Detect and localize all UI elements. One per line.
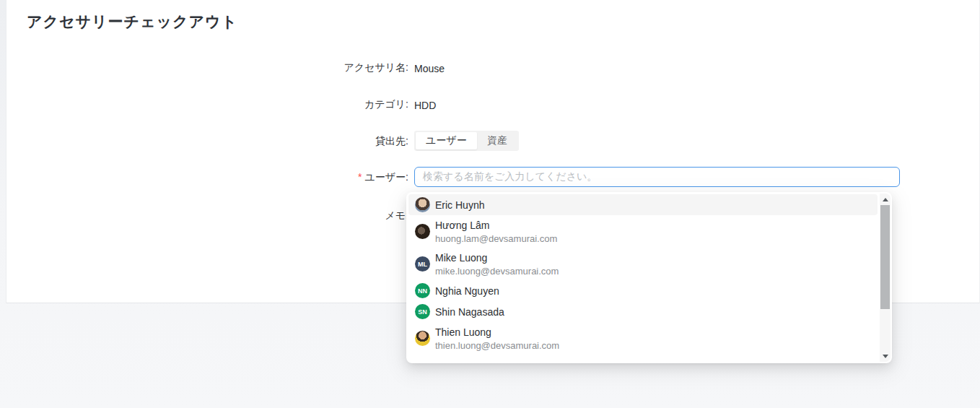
user-option-email: thien.luong@devsamurai.com [435,339,559,352]
user-option-name: Nghia Nguyen [435,284,499,298]
category-row: カテゴリ: HDD [6,98,979,113]
user-option-email: huong.lam@devsamurai.com [435,233,557,245]
user-option-name: Mike Luong [435,251,559,265]
scroll-down-arrow-icon[interactable] [880,350,891,362]
user-select-dropdown: Eric Huynh Hương Lâm huong.lam@devsamura… [406,192,892,363]
dropdown-scrollbar[interactable] [880,194,891,362]
user-option-name: Shin Nagasada [435,305,504,319]
user-row: *ユーザー: 検索する名前をご入力してください。 [6,167,979,187]
segment-user[interactable]: ユーザー [416,132,477,149]
avatar: ML [415,256,430,272]
avatar [415,197,430,212]
scrollbar-thumb[interactable] [880,205,890,309]
user-search-input[interactable]: 検索する名前をご入力してください。 [414,167,900,187]
accessory-name-label: アクセサリ名: [6,61,408,74]
user-option-huong-lam[interactable]: Hương Lâm huong.lam@devsamurai.com [408,215,878,248]
user-label: *ユーザー: [6,167,408,187]
checkout-to-row: 貸出先: ユーザー 資産 [6,131,979,151]
user-label-text: ユーザー: [364,171,408,183]
user-option-name: Eric Huynh [435,198,484,212]
segment-asset[interactable]: 資産 [477,132,517,149]
user-option-email: mike.luong@devsamurai.com [435,265,559,277]
note-label: メモ: [6,209,408,222]
avatar: NN [415,283,430,298]
user-option-eric-huynh[interactable]: Eric Huynh [408,194,878,215]
avatar [415,224,430,239]
accessory-name-value: Mouse [414,61,445,76]
checkout-to-segmented: ユーザー 資産 [414,131,519,151]
avatar: SN [415,304,430,319]
category-label: カテゴリ: [6,98,408,111]
required-mark: * [358,171,362,183]
user-option-shin-nagasada[interactable]: SN Shin Nagasada [408,301,878,322]
user-option-mike-luong[interactable]: ML Mike Luong mike.luong@devsamurai.com [408,248,878,280]
user-option-name: Hương Lâm [435,218,557,233]
user-option-name: Thien Luong [435,325,559,339]
avatar [415,331,430,346]
checkout-to-label: 貸出先: [6,131,408,151]
scroll-up-arrow-icon[interactable] [880,194,891,205]
page-title: アクセサリーチェックアウト [27,12,237,32]
accessory-name-row: アクセサリ名: Mouse [6,61,979,76]
user-search-placeholder: 検索する名前をご入力してください。 [423,170,597,183]
user-option-nghia-nguyen[interactable]: NN Nghia Nguyen [408,280,878,301]
category-value: HDD [414,98,436,113]
user-option-thien-luong[interactable]: Thien Luong thien.luong@devsamurai.com [408,322,878,355]
